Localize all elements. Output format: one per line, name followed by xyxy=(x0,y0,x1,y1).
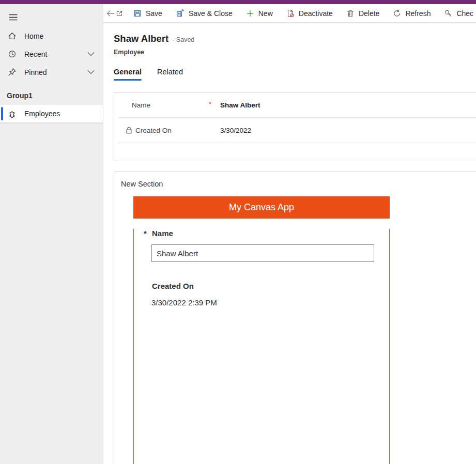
tab-label: General xyxy=(114,68,142,76)
sidebar-item-employees[interactable]: Employees xyxy=(0,105,103,122)
form-fields-card: Name * Shaw Albert Created On 3/30/2022 xyxy=(114,92,476,161)
sidebar-item-recent[interactable]: Recent xyxy=(0,45,103,63)
menu-toggle-button[interactable] xyxy=(4,9,22,25)
sidebar-item-home[interactable]: Home xyxy=(0,27,103,45)
command-bar: Save Save & Close New Deactivate xyxy=(103,4,476,23)
sidebar-item-label: Home xyxy=(24,32,103,40)
deactivate-button-label: Deactivate xyxy=(299,9,333,18)
canvas-name-input[interactable] xyxy=(151,244,374,262)
chevron-down-icon[interactable] xyxy=(87,52,95,56)
home-icon xyxy=(8,32,17,40)
delete-button-label: Delete xyxy=(359,9,379,18)
required-asterisk: * xyxy=(144,229,147,238)
canvas-created-on-value: 3/30/2022 2:39 PM xyxy=(151,298,389,307)
sidebar-group-label: Group1 xyxy=(0,89,103,102)
new-section-card: New Section My Canvas App * Name Created… xyxy=(114,172,476,464)
canvas-app-header: My Canvas App xyxy=(133,196,390,219)
selection-indicator xyxy=(1,107,3,120)
field-row-name[interactable]: Name * Shaw Albert xyxy=(114,93,476,117)
required-asterisk: * xyxy=(209,100,211,108)
back-button[interactable] xyxy=(106,4,115,23)
sidebar-nav: Home Recent Pinned Group1 xyxy=(0,27,103,122)
command-buttons: Save Save & Close New Deactivate xyxy=(127,4,476,23)
hamburger-icon xyxy=(9,14,18,21)
card-filler xyxy=(114,143,476,161)
record-title: Shaw Albert- Saved xyxy=(114,33,476,45)
tab-related[interactable]: Related xyxy=(157,68,183,81)
check-access-button-label: Chec xyxy=(456,9,473,18)
section-title: New Section xyxy=(114,172,476,188)
save-status: - Saved xyxy=(172,36,194,43)
new-button-label: New xyxy=(258,9,273,18)
canvas-name-label: * Name xyxy=(152,229,389,238)
lock-icon xyxy=(126,127,132,134)
form-tabs: General Related xyxy=(114,68,476,81)
tab-general[interactable]: General xyxy=(114,68,142,81)
canvas-app-body: * Name Created On 3/30/2022 2:39 PM xyxy=(133,229,390,464)
save-and-close-button-label: Save & Close xyxy=(189,9,233,18)
field-label: Name xyxy=(132,101,150,109)
sidebar-item-pinned[interactable]: Pinned xyxy=(0,63,103,81)
record-name: Shaw Albert xyxy=(114,33,168,44)
sitemap-sidebar: Home Recent Pinned Group1 xyxy=(0,4,103,464)
record-header: Shaw Albert- Saved Employee xyxy=(114,33,476,56)
save-icon xyxy=(133,9,142,18)
clock-icon xyxy=(8,50,17,58)
trash-icon xyxy=(346,9,355,18)
refresh-icon xyxy=(393,9,401,18)
sidebar-item-label: Employees xyxy=(24,110,103,118)
tab-label: Related xyxy=(157,68,183,76)
field-row-created-on[interactable]: Created On 3/30/2022 xyxy=(114,118,476,143)
save-and-close-button[interactable]: Save & Close xyxy=(169,4,239,23)
open-in-new-window-button[interactable] xyxy=(115,4,124,23)
embedded-canvas-app: My Canvas App * Name Created On 3/30/202… xyxy=(133,196,390,464)
deactivate-icon xyxy=(286,9,295,18)
save-button[interactable]: Save xyxy=(127,4,169,23)
canvas-created-on-label: Created On xyxy=(152,282,389,290)
puzzle-icon xyxy=(8,110,17,118)
open-in-new-window-icon xyxy=(115,9,124,18)
key-icon xyxy=(444,9,452,18)
deactivate-button[interactable]: Deactivate xyxy=(280,4,340,23)
chevron-down-icon[interactable] xyxy=(87,70,95,74)
main-area: Save Save & Close New Deactivate xyxy=(103,4,476,464)
refresh-button-label: Refresh xyxy=(405,9,431,18)
sidebar-item-label: Recent xyxy=(24,50,87,58)
delete-button[interactable]: Delete xyxy=(340,4,386,23)
plus-icon xyxy=(246,9,254,18)
sidebar-item-label: Pinned xyxy=(24,68,87,76)
field-value[interactable]: Shaw Albert xyxy=(220,101,260,109)
field-label: Created On xyxy=(135,127,172,134)
save-button-label: Save xyxy=(146,9,162,18)
check-access-button[interactable]: Chec xyxy=(437,4,476,23)
form-content: Shaw Albert- Saved Employee General Rela… xyxy=(103,23,476,464)
entity-label: Employee xyxy=(114,49,476,56)
field-value[interactable]: 3/30/2022 xyxy=(220,127,251,134)
pin-icon xyxy=(8,68,17,76)
save-close-icon xyxy=(176,9,185,18)
new-button[interactable]: New xyxy=(239,4,280,23)
refresh-button[interactable]: Refresh xyxy=(386,4,437,23)
canvas-label-text: Name xyxy=(152,229,173,238)
back-arrow-icon xyxy=(106,9,115,18)
